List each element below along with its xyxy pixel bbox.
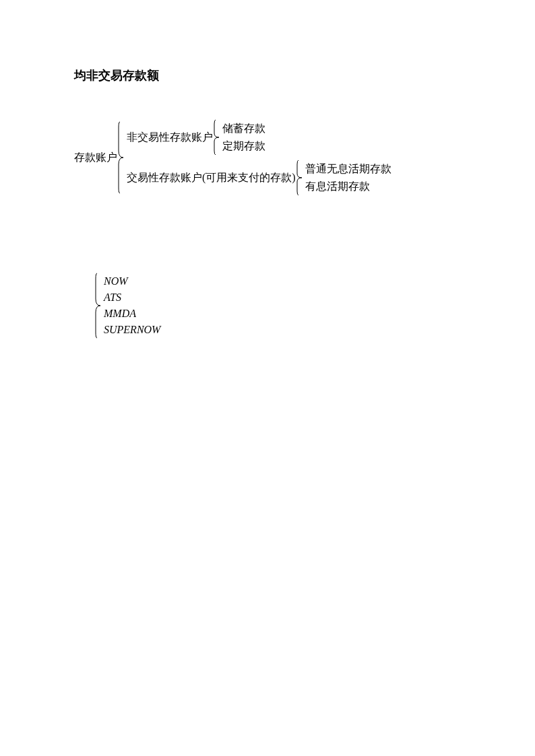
leaf-ats: ATS (104, 289, 160, 306)
deposit-account-tree: 存款账户 非交易性存款账户 储蓄存款 定期存款 交易性存款账户(可用来支付的存款… (74, 117, 461, 198)
leaf-savings-deposit: 储蓄存款 (222, 120, 265, 137)
root-children: 非交易性存款账户 储蓄存款 定期存款 交易性存款账户(可用来支付的存款) 普通无… (127, 117, 391, 198)
account-types-list: NOW ATS MMDA SUPERNOW (94, 272, 461, 339)
leaf-interest-demand: 有息活期存款 (305, 178, 391, 195)
leaf-non-interest-demand: 普通无息活期存款 (305, 160, 391, 178)
leaf-mmda: MMDA (104, 306, 160, 322)
branch1-children: 储蓄存款 定期存款 (222, 120, 265, 154)
leaf-now: NOW (104, 273, 160, 289)
branch-transaction: 交易性存款账户(可用来支付的存款) 普通无息活期存款 有息活期存款 (127, 159, 391, 197)
brace-icon (214, 118, 222, 156)
branch-non-transaction: 非交易性存款账户 储蓄存款 定期存款 (127, 118, 391, 156)
branch1-label: 非交易性存款账户 (127, 129, 213, 146)
leaf-supernow: SUPERNOW (104, 322, 160, 338)
branch2-label: 交易性存款账户(可用来支付的存款) (127, 169, 296, 186)
leaf-time-deposit: 定期存款 (222, 137, 265, 155)
account-types-children: NOW ATS MMDA SUPERNOW (104, 273, 160, 338)
document-title: 均非交易存款额 (74, 67, 461, 83)
branch2-children: 普通无息活期存款 有息活期存款 (305, 160, 391, 195)
account-types-list-container: NOW ATS MMDA SUPERNOW (94, 272, 461, 339)
root-node-label: 存款账户 (74, 149, 117, 166)
brace-icon (296, 159, 305, 197)
brace-icon (95, 272, 103, 339)
brace-icon (118, 121, 126, 195)
